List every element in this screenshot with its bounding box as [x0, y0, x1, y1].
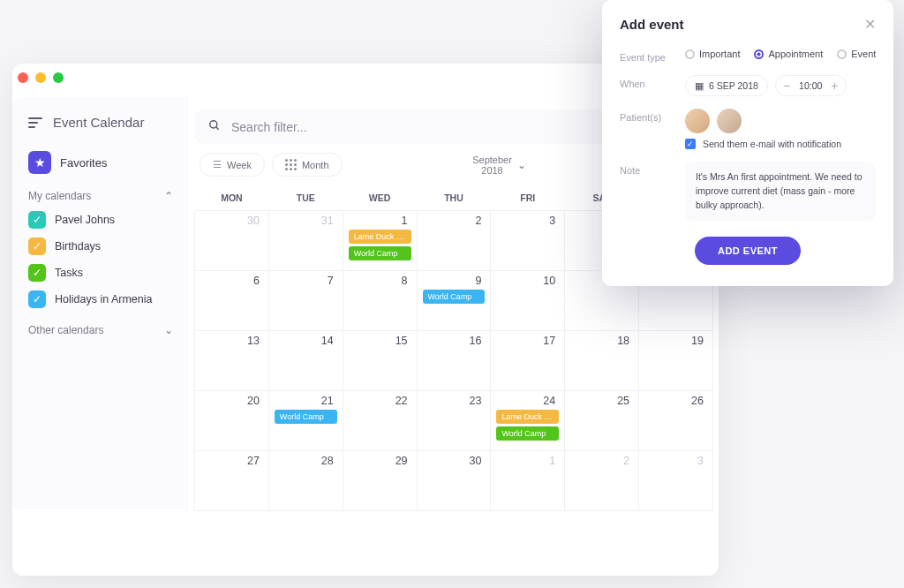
calendar-cell[interactable]: 1 [491, 451, 565, 511]
calendar-cell[interactable]: 29 [343, 451, 417, 511]
svg-line-1 [216, 127, 219, 130]
field-label: Event type [620, 49, 674, 63]
calendar-cell[interactable]: 14 [268, 331, 343, 391]
calendar-cell[interactable]: 22 [343, 391, 417, 451]
calendar-item[interactable]: ✓Holidays in Armenia [28, 290, 173, 308]
calendar-item[interactable]: ✓Birthdays [28, 237, 173, 255]
event-tag[interactable]: World Camp [496, 426, 559, 441]
calendar-cell[interactable]: 7 [268, 271, 343, 331]
other-calendars-group[interactable]: Other calendars ⌄ [28, 324, 173, 336]
chevron-down-icon: ⌄ [517, 159, 526, 171]
event-tag[interactable]: Lame Duck Day [496, 410, 559, 424]
maximize-dot[interactable] [53, 72, 64, 83]
calendar-cell[interactable]: 15 [343, 331, 417, 391]
event-tag[interactable]: Lame Duck Day [349, 230, 411, 244]
sidebar: Event Calendar ★ Favorites My calendars … [12, 97, 189, 511]
favorites-item[interactable]: ★ Favorites [28, 151, 173, 174]
day-number: 22 [349, 395, 411, 407]
day-number: 6 [200, 275, 263, 287]
calendar-cell[interactable]: 19 [639, 331, 713, 391]
add-event-button[interactable]: ADD EVENT [695, 237, 801, 265]
calendar-icon: ▦ [695, 80, 704, 91]
dow-header: MON [195, 185, 269, 211]
day-number: 21 [275, 395, 337, 407]
plus-icon[interactable]: + [831, 79, 838, 92]
day-number: 8 [349, 275, 411, 287]
day-number: 14 [275, 335, 337, 347]
calendar-cell[interactable]: 18 [565, 331, 639, 391]
calendar-cell[interactable]: 20 [195, 391, 269, 451]
calendar-cell[interactable]: 17 [491, 331, 565, 391]
modal-title: Add event [620, 17, 684, 32]
calendar-cell[interactable]: 3 [639, 451, 713, 511]
calendar-cell[interactable]: 23 [417, 391, 491, 451]
search-placeholder: Search filter... [231, 120, 307, 134]
check-icon: ✓ [28, 211, 46, 229]
calendar-item[interactable]: ✓Tasks [28, 264, 173, 282]
calendar-cell[interactable]: 2 [417, 211, 491, 271]
dow-header: THU [417, 185, 491, 211]
menu-icon[interactable] [28, 117, 42, 128]
favorites-label: Favorites [60, 156, 107, 170]
calendar-cell[interactable]: 25 [565, 391, 639, 451]
grid-icon [285, 159, 297, 170]
close-icon[interactable]: ✕ [864, 16, 876, 33]
calendar-cell[interactable]: 9World Camp [417, 271, 491, 331]
day-number: 24 [496, 395, 559, 407]
my-calendars-group[interactable]: My calendars ⌃ [28, 190, 173, 202]
calendar-cell[interactable]: 1Lame Duck DayWorld Camp [343, 211, 417, 271]
chevron-up-icon: ⌃ [164, 190, 173, 202]
calendar-cell[interactable]: 8 [343, 271, 417, 331]
calendar-cell[interactable]: 27 [195, 451, 269, 511]
day-number: 20 [200, 395, 263, 407]
day-number: 3 [644, 455, 707, 467]
calendar-cell[interactable]: 6 [195, 271, 269, 331]
event-tag[interactable]: World Camp [275, 410, 337, 424]
calendar-cell[interactable]: 24Lame Duck DayWorld Camp [491, 391, 565, 451]
radio-event[interactable]: Event [837, 49, 876, 59]
dow-header: WED [343, 185, 417, 211]
check-icon: ✓ [28, 237, 46, 255]
calendar-cell[interactable]: 30 [195, 211, 269, 271]
radio-important[interactable]: Important [685, 49, 740, 59]
week-view-button[interactable]: ☰ Week [200, 153, 265, 177]
day-number: 15 [349, 335, 411, 347]
patient-avatar[interactable] [685, 109, 710, 133]
day-number: 3 [496, 215, 559, 227]
time-input[interactable]: − 10:00 + [775, 75, 847, 96]
day-number: 9 [423, 275, 486, 287]
minimize-dot[interactable] [35, 72, 46, 83]
day-number: 19 [644, 335, 707, 347]
calendar-cell[interactable]: 28 [268, 451, 343, 511]
notify-checkbox[interactable]: ✓ Send them e-mail with notification [685, 139, 876, 149]
calendar-cell[interactable]: 30 [417, 451, 491, 511]
calendar-cell[interactable]: 26 [639, 391, 713, 451]
calendar-item[interactable]: ✓Pavel Johns [28, 211, 173, 229]
day-number: 27 [200, 455, 263, 467]
calendar-cell[interactable]: 13 [195, 331, 269, 391]
calendar-label: Tasks [55, 267, 83, 279]
close-dot[interactable] [18, 72, 28, 83]
calendar-cell[interactable]: 2 [565, 451, 639, 511]
patient-avatar[interactable] [717, 109, 742, 133]
event-tag[interactable]: World Camp [349, 246, 411, 260]
day-number: 31 [275, 215, 337, 227]
calendar-cell[interactable]: 3 [491, 211, 565, 271]
month-view-button[interactable]: Month [272, 153, 343, 177]
note-textarea[interactable]: It's Mrs An first appointment. We need t… [685, 162, 876, 221]
day-number: 1 [349, 215, 411, 227]
minus-icon[interactable]: − [783, 79, 790, 92]
check-icon: ✓ [28, 290, 46, 308]
window-traffic-lights [18, 72, 64, 83]
field-label: Patient(s) [620, 109, 674, 123]
calendar-cell[interactable]: 10 [491, 271, 565, 331]
group-label: Other calendars [28, 324, 103, 336]
calendar-cell[interactable]: 31 [268, 211, 343, 271]
add-event-modal: Add event ✕ Event type Important Appoint… [602, 0, 893, 286]
radio-appointment[interactable]: Appointment [754, 49, 823, 59]
calendar-cell[interactable]: 21World Camp [268, 391, 343, 451]
field-label: Note [620, 162, 674, 176]
calendar-cell[interactable]: 16 [417, 331, 491, 391]
event-tag[interactable]: World Camp [423, 290, 486, 304]
date-input[interactable]: ▦ 6 SEP 2018 [685, 75, 768, 96]
